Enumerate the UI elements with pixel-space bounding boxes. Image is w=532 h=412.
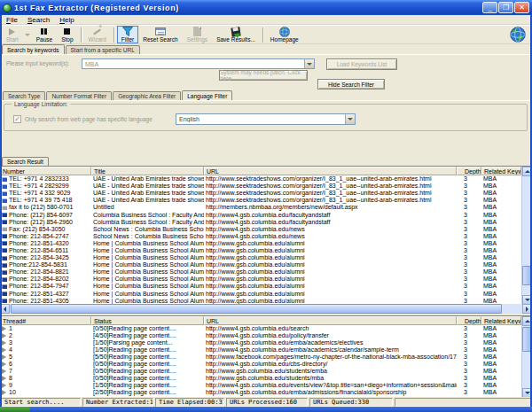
tab-language-filter[interactable]: Language Filter — [182, 90, 232, 100]
results-table-header: Number Title URL Depth Related Keyword — [0, 167, 532, 175]
column-header-thread[interactable]: Thread# — [0, 316, 91, 325]
thread-id: 3 — [9, 339, 12, 346]
keyword-cell: MBA — [481, 233, 521, 240]
thread-arrow-icon — [2, 340, 6, 346]
depth-cell: 3 — [457, 389, 481, 396]
start-button[interactable]: Start — [2, 26, 23, 43]
wizard-button[interactable]: Wizard — [84, 26, 111, 43]
thread-row[interactable]: 3[1/50]Parsing page content...http://www… — [0, 339, 532, 346]
patch-button[interactable]: System may needs patch. Click here — [219, 70, 308, 81]
close-button[interactable]: ✕ — [514, 2, 529, 13]
result-row[interactable]: TEL: +971 4 39 75 418UAE - United Arab E… — [0, 197, 532, 204]
status-cell: [0/50]Reading page content.... — [91, 361, 204, 368]
column-header-title[interactable]: Title — [91, 167, 204, 175]
url-cell: http://www.seektradeshows.com/organizer/… — [204, 175, 457, 183]
title-cell: UAE - United Arab Emirates trade shows, … — [91, 190, 204, 197]
horizontal-scrollbar[interactable] — [0, 304, 532, 314]
tab-start-from-url[interactable]: Start from a specific URL — [66, 45, 140, 54]
scrollbar-thumb[interactable] — [11, 304, 502, 314]
column-header-keyword[interactable]: Related Keyword — [481, 316, 521, 325]
column-header-status[interactable]: Status — [91, 316, 204, 325]
thread-row[interactable]: 7[0/50]Reading page content....http://ww… — [0, 368, 532, 375]
result-row[interactable]: Phone: (212) 854-2960Columbia Business S… — [0, 219, 532, 226]
column-header-keyword[interactable]: Related Keyword — [481, 167, 521, 175]
keyword-cell: MBA — [481, 268, 521, 276]
result-row[interactable]: Phone: 212-854-8202Home | Columbia Busin… — [0, 276, 532, 283]
stop-button[interactable]: Stop — [57, 26, 77, 43]
chevron-down-icon[interactable] — [345, 114, 355, 124]
thread-row[interactable]: 4[1/50]Reading page content....http://ww… — [0, 346, 532, 354]
keyword-combobox[interactable]: MBA — [82, 58, 315, 69]
tab-number-format-filter[interactable]: Number Format Filter — [46, 91, 112, 100]
result-row[interactable]: Phone: 212-854-8821Home | Columbia Busin… — [0, 268, 532, 276]
result-row[interactable]: Phone:212-854-5831Home | Columbia Busine… — [0, 261, 532, 268]
pause-button[interactable]: Pause — [32, 26, 57, 43]
keyword-cell: MBA — [481, 361, 521, 368]
tab-geographic-area-filter[interactable]: Geographic Area Filter — [113, 91, 181, 100]
thread-row[interactable]: 10[2/50]Reading page content....http://w… — [0, 389, 532, 396]
thread-row[interactable]: 6[0/50]Reading page content....http://ww… — [0, 361, 532, 368]
settings-button[interactable]: Settings — [183, 26, 213, 43]
result-row[interactable]: TEL: +971 4 332 9029UAE - United Arab Em… — [0, 190, 532, 197]
number-text: TEL: +971 4 2832333 — [9, 175, 69, 183]
thread-row[interactable]: 8[0/50]Reading page content....http://ww… — [0, 375, 532, 382]
column-header-depth[interactable]: Depth — [457, 316, 481, 325]
thread-row[interactable]: 9[1/50]Reading page content....http://ww… — [0, 382, 532, 389]
result-row[interactable]: TEL: +971 4 2829299UAE - United Arab Emi… — [0, 183, 532, 190]
minimize-button[interactable]: _ — [482, 2, 497, 13]
result-tab-row: Search Result — [0, 156, 532, 166]
result-row[interactable]: Phone: 212-851-4320Home | Columbia Busin… — [0, 240, 532, 247]
save-results-button[interactable]: Save Results... — [212, 26, 260, 43]
globe-status-icon — [510, 27, 526, 43]
url-cell: http://www4.gsb.columbia.edu/emba/academ… — [204, 339, 457, 346]
number-cell: TEL: +971 4 2829299 — [0, 183, 91, 190]
column-header-url[interactable]: URL — [204, 167, 457, 175]
result-row[interactable]: Phone: 212-854-2747School News : Columbi… — [0, 233, 532, 240]
depth-cell: 3 — [457, 361, 481, 368]
language-checkbox[interactable]: ✓ — [13, 115, 21, 123]
reset-search-button[interactable]: Reset Search — [138, 26, 182, 43]
filter-button[interactable]: Filter — [117, 26, 138, 43]
language-combobox[interactable]: English — [176, 113, 356, 125]
restore-button[interactable]: ❐ — [498, 2, 513, 13]
load-keywords-button[interactable]: Load Keywords List — [326, 58, 397, 70]
result-row[interactable]: Phone: 212-854-3425Home | Columbia Busin… — [0, 254, 532, 261]
hide-search-filter-button[interactable]: Hide Search Filter — [317, 79, 385, 89]
result-row[interactable]: Phone: 212-851-4327Home | Columbia Busin… — [0, 291, 532, 298]
status-urls-queued: URLs Queued:330 — [309, 398, 393, 407]
homepage-button[interactable]: Homepage — [266, 26, 303, 43]
app-window: 1st Fax Extractor (Registered Version) _… — [0, 0, 532, 412]
chevron-down-icon[interactable] — [304, 59, 314, 68]
column-header-depth[interactable]: Depth — [457, 167, 481, 175]
thread-row[interactable]: 5[5/50]Reading page content....http://ww… — [0, 354, 532, 361]
result-row[interactable]: Phone: (212) 854-6097Columbia Business S… — [0, 211, 532, 218]
thread-row[interactable]: 1[0/50]Reading page content....http://ww… — [0, 325, 532, 332]
start-menu-button[interactable] — [0, 407, 30, 412]
result-row[interactable]: TEL: +971 4 2832333UAE - United Arab Emi… — [0, 175, 532, 183]
column-header-url[interactable]: URL — [204, 316, 457, 325]
result-row[interactable]: Phone: 212-854-6511Home | Columbia Busin… — [0, 247, 532, 254]
menu-search[interactable]: Search — [27, 16, 50, 24]
settings-icon — [193, 27, 201, 36]
menu-file[interactable]: File — [6, 16, 18, 24]
tab-search-type[interactable]: Search Type — [3, 91, 45, 100]
keyword-cell: MBA — [481, 190, 521, 197]
thread-id-cell: 10 — [0, 389, 91, 396]
thread-row[interactable]: 2[4/50]Reading page content....http://ww… — [0, 332, 532, 339]
phone-icon — [2, 234, 7, 238]
start-dropdown-icon[interactable] — [25, 34, 30, 36]
keyword-cell: MBA — [481, 375, 521, 382]
menu-help[interactable]: Help — [59, 16, 74, 24]
tab-search-by-keywords[interactable]: Search by keywords — [2, 44, 65, 54]
keyword-cell: MBA — [481, 325, 521, 332]
url-cell: http://www4.gsb.columbia.edu/emba/admiss… — [204, 389, 457, 396]
number-text: Phone: 212-851-4320 — [9, 240, 69, 247]
url-cell: http://www4.gsb.columbia.edu/news — [204, 226, 457, 233]
keyword-cell: MBA — [481, 346, 521, 354]
tab-search-result[interactable]: Search Result — [2, 157, 49, 166]
column-header-number[interactable]: Number — [0, 167, 91, 175]
titlebar[interactable]: 1st Fax Extractor (Registered Version) _… — [0, 0, 532, 15]
result-row[interactable]: Phone: 212-854-7947Home | Columbia Busin… — [0, 283, 532, 290]
result-row[interactable]: fax it to (212) 580-0701Untitledhttp://m… — [0, 204, 532, 211]
result-row[interactable]: Fax: (212) 854-3050School News : Columbi… — [0, 226, 532, 233]
